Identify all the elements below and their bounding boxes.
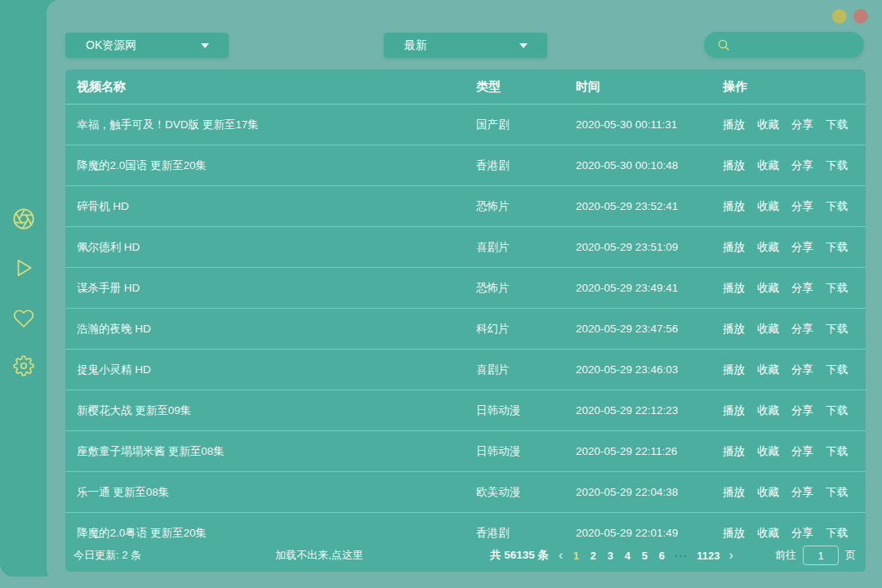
sort-dropdown[interactable]: 最新 — [384, 33, 547, 58]
play-link[interactable]: 播放 — [723, 199, 745, 214]
row-actions: 播放收藏分享下载 — [723, 158, 866, 173]
video-time: 2020-05-29 22:12:23 — [576, 404, 723, 416]
search-input[interactable] — [737, 38, 854, 51]
pagination: ‹ 123456 ··· 1123 › — [559, 539, 733, 572]
share-link[interactable]: 分享 — [791, 403, 813, 418]
play-link[interactable]: 播放 — [723, 444, 745, 459]
table-rows: 幸福，触手可及！DVD版 更新至17集 国产剧 2020-05-30 00:11… — [65, 105, 866, 554]
page-button-1[interactable]: 1 — [572, 550, 580, 562]
load-fail-link[interactable]: 加载不出来,点这里 — [275, 539, 363, 572]
minimize-dot[interactable] — [832, 9, 847, 24]
favorite-link[interactable]: 收藏 — [757, 485, 779, 500]
share-link[interactable]: 分享 — [791, 240, 813, 255]
row-actions: 播放收藏分享下载 — [723, 485, 866, 500]
chevron-down-icon — [519, 43, 528, 48]
page-button-3[interactable]: 3 — [606, 550, 614, 562]
share-link[interactable]: 分享 — [791, 118, 813, 132]
prev-page-button[interactable]: ‹ — [559, 548, 563, 563]
video-name: 座敷童子塌塌米酱 更新至08集 — [77, 444, 476, 459]
play-link[interactable]: 播放 — [723, 526, 745, 541]
share-link[interactable]: 分享 — [791, 322, 813, 336]
video-time: 2020-05-29 23:46:03 — [576, 363, 723, 376]
next-page-button[interactable]: › — [729, 548, 733, 563]
share-link[interactable]: 分享 — [791, 199, 813, 214]
favorite-link[interactable]: 收藏 — [757, 403, 779, 418]
video-type: 欧美动漫 — [476, 485, 576, 500]
row-actions: 播放收藏分享下载 — [723, 240, 866, 255]
video-name: 浩瀚的夜晚 HD — [77, 322, 476, 336]
video-name: 碎骨机 HD — [77, 199, 476, 214]
more-pages-button[interactable]: ··· — [675, 550, 688, 562]
page-button-2[interactable]: 2 — [589, 550, 597, 562]
download-link[interactable]: 下载 — [826, 118, 848, 132]
play-link[interactable]: 播放 — [723, 403, 745, 418]
download-link[interactable]: 下载 — [826, 363, 848, 377]
share-link[interactable]: 分享 — [791, 526, 813, 541]
video-time: 2020-05-29 23:51:09 — [576, 241, 723, 253]
share-link[interactable]: 分享 — [791, 444, 813, 459]
row-actions: 播放收藏分享下载 — [723, 281, 866, 296]
table-header: 视频名称 类型 时间 操作 — [65, 69, 866, 105]
play-link[interactable]: 播放 — [723, 240, 745, 255]
favorite-link[interactable]: 收藏 — [757, 240, 779, 255]
video-time: 2020-05-29 22:11:26 — [576, 445, 723, 457]
favorite-link[interactable]: 收藏 — [757, 118, 779, 132]
download-link[interactable]: 下载 — [826, 403, 848, 418]
download-link[interactable]: 下载 — [826, 485, 848, 500]
download-link[interactable]: 下载 — [826, 158, 848, 173]
chevron-down-icon — [201, 43, 209, 48]
close-dot[interactable] — [853, 9, 868, 24]
video-time: 2020-05-29 22:01:49 — [576, 527, 723, 539]
table-row: 降魔的2.0国语 更新至20集 香港剧 2020-05-30 00:10:48 … — [65, 145, 866, 186]
favorite-link[interactable]: 收藏 — [757, 444, 779, 459]
favorite-link[interactable]: 收藏 — [757, 322, 779, 336]
goto-page-input[interactable] — [803, 546, 839, 565]
source-dropdown[interactable]: OK资源网 — [65, 33, 229, 58]
video-type: 日韩动漫 — [476, 444, 576, 459]
play-link[interactable]: 播放 — [723, 363, 745, 377]
share-link[interactable]: 分享 — [791, 158, 813, 173]
goto-label: 前往 — [775, 548, 796, 563]
row-actions: 播放收藏分享下载 — [723, 363, 866, 377]
video-time: 2020-05-30 00:11:31 — [576, 118, 723, 131]
video-type: 科幻片 — [476, 322, 576, 336]
play-link[interactable]: 播放 — [723, 322, 745, 336]
total-count-text: 共 56135 条 — [490, 539, 549, 572]
last-page-button[interactable]: 1123 — [697, 550, 719, 562]
page-button-6[interactable]: 6 — [657, 550, 666, 562]
video-time: 2020-05-29 23:47:56 — [576, 323, 723, 335]
video-table: 视频名称 类型 时间 操作 幸福，触手可及！DVD版 更新至17集 国产剧 20… — [65, 69, 866, 572]
video-name: 幸福，触手可及！DVD版 更新至17集 — [77, 118, 476, 132]
table-row: 浩瀚的夜晚 HD 科幻片 2020-05-29 23:47:56 播放收藏分享下… — [65, 309, 866, 350]
page-numbers: 123456 — [572, 550, 666, 562]
favorite-link[interactable]: 收藏 — [757, 281, 779, 296]
favorite-link[interactable]: 收藏 — [757, 526, 779, 541]
row-actions: 播放收藏分享下载 — [723, 199, 866, 214]
favorite-link[interactable]: 收藏 — [757, 363, 779, 377]
page-button-4[interactable]: 4 — [623, 550, 631, 562]
video-type: 香港剧 — [476, 158, 576, 173]
column-header-time: 时间 — [576, 79, 723, 95]
favorite-link[interactable]: 收藏 — [757, 199, 779, 214]
play-link[interactable]: 播放 — [723, 158, 745, 173]
search-icon — [717, 38, 730, 51]
play-link[interactable]: 播放 — [723, 281, 745, 296]
table-row: 幸福，触手可及！DVD版 更新至17集 国产剧 2020-05-30 00:11… — [65, 105, 866, 145]
share-link[interactable]: 分享 — [791, 281, 813, 296]
play-link[interactable]: 播放 — [723, 485, 745, 500]
page-button-5[interactable]: 5 — [640, 550, 648, 562]
download-link[interactable]: 下载 — [826, 240, 848, 255]
play-link[interactable]: 播放 — [723, 118, 745, 132]
video-name: 降魔的2.0粤语 更新至20集 — [77, 526, 476, 541]
share-link[interactable]: 分享 — [791, 363, 813, 377]
favorite-link[interactable]: 收藏 — [757, 158, 779, 173]
download-link[interactable]: 下载 — [826, 444, 848, 459]
share-link[interactable]: 分享 — [791, 485, 813, 500]
table-row: 乐一通 更新至08集 欧美动漫 2020-05-29 22:04:38 播放收藏… — [65, 472, 866, 513]
search-box[interactable] — [704, 32, 864, 58]
download-link[interactable]: 下载 — [826, 526, 848, 541]
download-link[interactable]: 下载 — [826, 322, 848, 336]
download-link[interactable]: 下载 — [826, 281, 848, 296]
download-link[interactable]: 下载 — [826, 199, 848, 214]
video-name: 谋杀手册 HD — [77, 281, 476, 296]
